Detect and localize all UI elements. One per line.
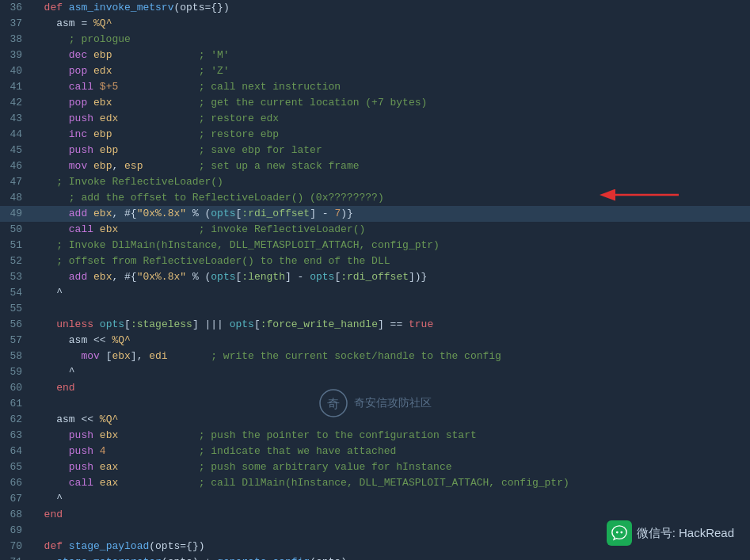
line-content: call eax ; call DllMain(hInstance, DLL_M… — [32, 475, 750, 491]
code-line-67: 67 ^ — [0, 491, 750, 507]
code-line-57: 57 asm << %Q^ — [0, 333, 750, 349]
line-number: 52 — [0, 253, 32, 269]
line-number: 66 — [0, 475, 32, 491]
line-content: ; Invoke ReflectiveLoader() — [32, 174, 750, 190]
code-line-44: 44 inc ebp ; restore ebp — [0, 127, 750, 143]
line-number: 71 — [0, 554, 32, 560]
line-content: def stage_payload(opts={}) — [32, 539, 750, 554]
line-number: 63 — [0, 428, 32, 444]
line-number: 39 — [0, 48, 32, 63]
code-line-42: 42 pop ebx ; get the current location (+… — [0, 95, 750, 111]
code-line-63: 63 push ebx ; push the pointer to the co… — [0, 428, 750, 444]
line-number: 38 — [0, 32, 32, 48]
line-content: asm = %Q^ — [32, 16, 750, 32]
code-line-38: 38 ; prologue — [0, 32, 750, 48]
line-number: 59 — [0, 364, 32, 380]
line-number: 54 — [0, 285, 32, 301]
line-number: 45 — [0, 143, 32, 158]
code-line-55: 55 — [0, 301, 750, 317]
line-number: 60 — [0, 380, 32, 396]
code-line-45: 45 push ebp ; save ebp for later — [0, 143, 750, 158]
line-content: unless opts[:stageless] ||| opts[:force_… — [32, 317, 750, 333]
line-number: 69 — [0, 523, 32, 539]
line-number: 67 — [0, 491, 32, 507]
line-number: 68 — [0, 507, 32, 523]
line-content: call $+5 ; call next instruction — [32, 79, 750, 95]
line-content: stage_meterpreter(opts) + generate_confi… — [32, 554, 750, 560]
code-line-69: 69 — [0, 523, 750, 539]
line-content: ; offset from ReflectiveLoader() to the … — [32, 253, 750, 269]
code-line-40: 40 pop edx ; 'Z' — [0, 63, 750, 79]
line-number: 70 — [0, 539, 32, 554]
line-content: ; Invoke DllMain(hInstance, DLL_METASPLO… — [32, 238, 750, 253]
code-line-46: 46 mov ebp, esp ; set up a new stack fra… — [0, 158, 750, 174]
line-number: 62 — [0, 412, 32, 428]
code-line-51: 51 ; Invoke DllMain(hInstance, DLL_METAS… — [0, 238, 750, 253]
line-content: ^ — [32, 285, 750, 301]
line-number: 61 — [0, 396, 32, 412]
line-content: push ebp ; save ebp for later — [32, 143, 750, 158]
line-number: 55 — [0, 301, 32, 317]
line-content: asm << %Q^ — [32, 412, 750, 428]
code-line-65: 65 push eax ; push some arbitrary value … — [0, 459, 750, 475]
code-line-66: 66 call eax ; call DllMain(hInstance, DL… — [0, 475, 750, 491]
code-line-56: 56 unless opts[:stageless] ||| opts[:for… — [0, 317, 750, 333]
code-line-62: 62 asm << %Q^ — [0, 412, 750, 428]
code-line-52: 52 ; offset from ReflectiveLoader() to t… — [0, 253, 750, 269]
code-line-68: 68 end — [0, 507, 750, 523]
code-line-50: 50 call ebx ; invoke ReflectiveLoader() — [0, 222, 750, 238]
code-line-36: 36 def asm_invoke_metsrv(opts={}) — [0, 0, 750, 16]
code-line-48: 48 ; add the offset to ReflectiveLoader(… — [0, 190, 750, 206]
line-number: 56 — [0, 317, 32, 333]
line-number: 43 — [0, 111, 32, 127]
line-number: 64 — [0, 444, 32, 459]
line-content: inc ebp ; restore ebp — [32, 127, 750, 143]
code-line-47: 47 ; Invoke ReflectiveLoader() — [0, 174, 750, 190]
code-line-53: 53 add ebx, #{"0x%.8x" % (opts[:length] … — [0, 269, 750, 285]
code-line-70: 70 def stage_payload(opts={}) — [0, 539, 750, 554]
line-number: 36 — [0, 0, 32, 16]
line-number: 48 — [0, 190, 32, 206]
line-content: push eax ; push some arbitrary value for… — [32, 459, 750, 475]
line-content: def asm_invoke_metsrv(opts={}) — [32, 0, 750, 16]
line-content: ; add the offset to ReflectiveLoader() (… — [32, 190, 750, 206]
line-number: 57 — [0, 333, 32, 349]
line-number: 53 — [0, 269, 32, 285]
line-number: 40 — [0, 63, 32, 79]
line-number: 37 — [0, 16, 32, 32]
line-content: call ebx ; invoke ReflectiveLoader() — [32, 222, 750, 238]
line-content: push edx ; restore edx — [32, 111, 750, 127]
code-line-39: 39 dec ebp ; 'M' — [0, 48, 750, 63]
code-line-61: 61 — [0, 396, 750, 412]
line-content: end — [32, 380, 750, 396]
line-number: 49 — [0, 206, 32, 222]
line-number: 46 — [0, 158, 32, 174]
code-line-64: 64 push 4 ; indicate that we have attach… — [0, 444, 750, 459]
code-line-58: 58 mov [ebx], edi ; write the current so… — [0, 349, 750, 364]
line-content: mov [ebx], edi ; write the current socke… — [32, 349, 750, 364]
code-line-49: 49 add ebx, #{"0x%.8x" % (opts[:rdi_offs… — [0, 206, 750, 222]
code-line-37: 37 asm = %Q^ — [0, 16, 750, 32]
line-content: push 4 ; indicate that we have attached — [32, 444, 750, 459]
code-line-43: 43 push edx ; restore edx — [0, 111, 750, 127]
code-editor: 36 def asm_invoke_metsrv(opts={}) 37 asm… — [0, 0, 750, 560]
line-content: pop edx ; 'Z' — [32, 63, 750, 79]
line-number: 65 — [0, 459, 32, 475]
line-content: add ebx, #{"0x%.8x" % (opts[:rdi_offset]… — [32, 206, 750, 222]
line-content: ^ — [32, 364, 750, 380]
line-number: 47 — [0, 174, 32, 190]
line-content: add ebx, #{"0x%.8x" % (opts[:length] - o… — [32, 269, 750, 285]
line-content: asm << %Q^ — [32, 333, 750, 349]
line-content: ; prologue — [32, 32, 750, 48]
line-content: mov ebp, esp ; set up a new stack frame — [32, 158, 750, 174]
line-content: dec ebp ; 'M' — [32, 48, 750, 63]
line-content: pop ebx ; get the current location (+7 b… — [32, 95, 750, 111]
code-line-54: 54 ^ — [0, 285, 750, 301]
line-content: end — [32, 507, 750, 523]
line-content: push ebx ; push the pointer to the confi… — [32, 428, 750, 444]
code-line-71: 71 stage_meterpreter(opts) + generate_co… — [0, 554, 750, 560]
line-number: 50 — [0, 222, 32, 238]
code-line-60: 60 end — [0, 380, 750, 396]
line-number: 58 — [0, 349, 32, 364]
code-line-59: 59 ^ — [0, 364, 750, 380]
